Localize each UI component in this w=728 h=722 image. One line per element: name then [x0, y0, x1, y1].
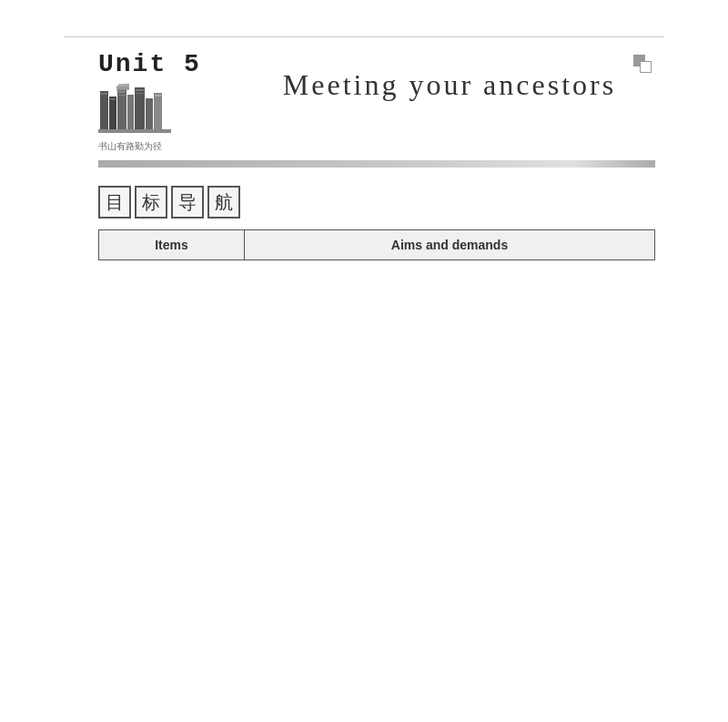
page-container: Unit 5	[98, 50, 655, 260]
kanji-4: 航	[207, 186, 240, 219]
svg-rect-16	[118, 84, 129, 87]
divider-bar	[98, 160, 655, 168]
svg-rect-8	[127, 95, 134, 129]
svg-rect-4	[110, 98, 116, 100]
main-title: Meeting your ancestors	[283, 68, 616, 102]
svg-rect-14	[155, 95, 161, 97]
table-header-aims: Aims and demands	[245, 230, 655, 260]
top-border	[64, 36, 664, 37]
svg-rect-1	[100, 91, 108, 129]
kanji-2: 标	[135, 186, 167, 219]
book-caption: 书山有路勤为径	[98, 140, 162, 153]
table-header-items: Items	[99, 230, 245, 260]
table-header-row: Items Aims and demands	[99, 230, 655, 260]
svg-rect-10	[136, 89, 144, 91]
svg-rect-7	[118, 95, 126, 96]
svg-rect-6	[118, 91, 126, 93]
svg-rect-11	[136, 93, 144, 94]
header-row: Unit 5	[98, 50, 655, 153]
title-section: Meeting your ancestors	[244, 50, 655, 102]
kanji-3: 导	[171, 186, 204, 219]
kanji-1: 目	[98, 186, 131, 219]
section-label: 目 标 导 航	[98, 186, 655, 219]
unit-section: Unit 5	[98, 50, 244, 153]
svg-rect-0	[98, 129, 171, 133]
svg-rect-2	[101, 93, 107, 95]
svg-rect-12	[146, 98, 153, 129]
unit-title: Unit 5	[98, 50, 201, 78]
svg-rect-13	[154, 93, 162, 129]
aims-table: Items Aims and demands	[98, 229, 655, 260]
svg-rect-3	[109, 97, 116, 129]
books-illustration	[98, 82, 171, 137]
